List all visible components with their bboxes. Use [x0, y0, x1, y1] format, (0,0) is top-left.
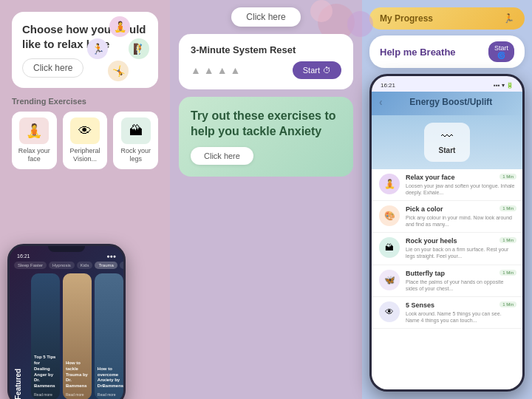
- click-here-button[interactable]: Click here: [22, 58, 83, 78]
- bottom-phone: 16:21 ●●● Sleep Faster Hypnosis Kids Tra…: [7, 244, 126, 399]
- phone-notch: [48, 246, 85, 252]
- trending-section: Trending Exercises 🧘 Relax your face 👁 P…: [12, 97, 158, 169]
- reset-card: 3-Minute System Reset ▲ ▲ ▲ ▲ Start ⏱: [179, 34, 353, 89]
- right-panel: My Progress 🏃 Help me Breathe Start 🌀 16…: [362, 0, 532, 399]
- exercise-item-4[interactable]: 🦋 Butterfly tap Place the palms of your …: [372, 265, 522, 297]
- phone-card-read-1[interactable]: Read more: [31, 392, 60, 399]
- phone-tab: Hypnosis: [49, 262, 75, 269]
- reset-footer: ▲ ▲ ▲ ▲ Start ⏱: [191, 61, 341, 79]
- avatar-grid: 🧘 🏃 🧗 🤸: [87, 16, 154, 83]
- exercise-title-1: Relax your face: [406, 174, 515, 181]
- exercise-content-1: Relax your face Loosen your jaw and soft…: [406, 174, 515, 196]
- phone-tabs: Sleep Faster Hypnosis Kids Trauma Energy: [10, 262, 123, 269]
- breathe-start-label: Start: [494, 44, 508, 52]
- exercise-icon-1: 🧘: [379, 174, 400, 194]
- avatar: 🧗: [129, 38, 149, 59]
- exercise-desc-2: Pick any colour in your mind. Now look a…: [406, 214, 515, 228]
- exercise-badge-5: 1 Min: [499, 301, 516, 307]
- progress-label: My Progress: [380, 13, 433, 24]
- trending-label-peripheral: Peripheral Vision...: [67, 147, 103, 163]
- phone-featured-label: Featured: [10, 269, 27, 399]
- phone-card-3[interactable]: How to overcome Anxiety by DrBammens Rea…: [95, 273, 123, 399]
- trending-peripheral[interactable]: 👁 Peripheral Vision...: [63, 112, 108, 169]
- decor-blob-3: [347, 11, 373, 37]
- trending-relax[interactable]: 🧘 Relax your face: [12, 112, 57, 169]
- exercise-title-4: Butterfly tap: [406, 270, 515, 277]
- right-phone-title: Energy Boost/Uplift: [387, 97, 515, 107]
- exercise-item-3[interactable]: 🏔 Rock your heels Lie on your back on a …: [372, 233, 522, 265]
- right-phone-start-area: 〰 Start: [372, 115, 522, 169]
- start-button[interactable]: Start ⏱: [293, 61, 341, 79]
- mountain-icon-3: ▲: [217, 64, 228, 76]
- peripheral-icon: 👁: [70, 117, 100, 144]
- anxiety-click-button[interactable]: Click here: [191, 147, 253, 165]
- exercise-icon-2: 🎨: [379, 205, 400, 226]
- exercise-title-5: 5 Senses: [406, 301, 515, 309]
- exercise-icon-5: 👁: [379, 301, 400, 322]
- exercise-item-2[interactable]: 🎨 Pick a color Pick any colour in your m…: [372, 201, 522, 233]
- breathe-start-icon: 🌀: [497, 52, 505, 59]
- exercise-title-3: Rock your heels: [406, 237, 515, 245]
- phone-card-read-3[interactable]: Read more: [95, 392, 123, 399]
- exercise-content-3: Rock your heels Lie on your back on a fi…: [406, 237, 515, 259]
- back-button[interactable]: ‹: [379, 96, 383, 108]
- phone-card-2[interactable]: How to tackle Trauma by Dr. Bammens Read…: [63, 273, 92, 399]
- exercise-icon-4: 🦋: [379, 270, 400, 290]
- right-phone-time: 16:21: [381, 82, 395, 89]
- right-phone-start-box[interactable]: 〰 Start: [424, 123, 471, 162]
- right-phone: 16:21 ▪▪▪ ▾ 🔋 ‹ Energy Boost/Uplift 〰 St…: [369, 74, 525, 392]
- choose-card: Choose how you would like to relax here …: [12, 12, 158, 88]
- phone-time: 16:21: [17, 253, 30, 259]
- mountain-icon-2: ▲: [204, 64, 214, 76]
- exercise-content-4: Butterfly tap Place the palms of your ha…: [406, 270, 515, 292]
- exercise-desc-5: Look around. Name 5 things you can see. …: [406, 310, 515, 324]
- exercise-badge-3: 1 Min: [499, 237, 516, 243]
- avatar: 🤸: [108, 61, 129, 81]
- left-panel: Choose how you would like to relax here …: [0, 0, 170, 399]
- progress-icon: 🏃: [503, 13, 514, 24]
- exercise-desc-3: Lie on your back on a firm surface. Rest…: [406, 246, 515, 259]
- avatar: 🧘: [109, 16, 130, 37]
- mountain-icon-1: ▲: [191, 64, 201, 76]
- rock-icon: 🏔: [121, 117, 151, 144]
- exercise-desc-4: Place the palms of your hands on opposit…: [406, 279, 515, 292]
- exercise-item-1[interactable]: 🧘 Relax your face Loosen your jaw and so…: [372, 169, 522, 201]
- phone-card-title-3: How to overcome Anxiety by DrBammens: [95, 364, 123, 392]
- phone-screen: 16:21 ●●● Sleep Faster Hypnosis Kids Tra…: [10, 246, 123, 399]
- phone-signal: ●●●: [106, 253, 116, 259]
- breathe-button[interactable]: Help me Breathe Start 🌀: [369, 35, 525, 68]
- progress-header: My Progress 🏃: [369, 7, 525, 30]
- exercise-desc-1: Loosen your jaw and soften your tongue. …: [406, 183, 515, 196]
- relax-icon: 🧘: [19, 117, 49, 144]
- avatar: 🏃: [87, 38, 108, 59]
- phone-tab: Energy: [120, 262, 123, 269]
- right-phone-exercises: 🧘 Relax your face Loosen your jaw and so…: [372, 169, 522, 389]
- exercise-content-2: Pick a color Pick any colour in your min…: [406, 205, 515, 228]
- trending-rock[interactable]: 🏔 Rock your legs: [113, 112, 158, 169]
- phone-tab: Sleep Faster: [14, 262, 47, 269]
- trending-label-rock: Rock your legs: [117, 147, 154, 163]
- middle-panel: Click here 3-Minute System Reset ▲ ▲ ▲ ▲…: [170, 0, 362, 399]
- exercise-content-5: 5 Senses Look around. Name 5 things you …: [406, 301, 515, 324]
- phone-card-read-2[interactable]: Read more: [63, 392, 92, 399]
- mountain-icons: ▲ ▲ ▲ ▲: [191, 64, 288, 76]
- trending-label-relax: Relax your face: [16, 147, 52, 163]
- exercise-badge-2: 1 Min: [499, 205, 516, 211]
- breathe-label: Help me Breathe: [380, 47, 456, 58]
- right-phone-header: ‹ Energy Boost/Uplift: [372, 92, 522, 115]
- mountain-icon-4: ▲: [231, 64, 241, 76]
- phone-card-1[interactable]: Top 5 Tips for Dealing Anger by Dr. Bamm…: [31, 273, 60, 399]
- phone-card-title-2: How to tackle Trauma by Dr. Bammens: [63, 358, 92, 392]
- trending-items: 🧘 Relax your face 👁 Peripheral Vision...…: [12, 112, 158, 169]
- trending-label: Trending Exercises: [12, 97, 158, 106]
- exercise-badge-4: 1 Min: [499, 270, 516, 276]
- decor-blob-2: [310, 0, 332, 22]
- start-wave-icon: 〰: [441, 130, 453, 143]
- start-box-label: Start: [439, 146, 456, 154]
- click-here-top-button[interactable]: Click here: [231, 7, 300, 27]
- right-phone-status: 16:21 ▪▪▪ ▾ 🔋: [372, 76, 522, 92]
- exercise-title-2: Pick a color: [406, 205, 515, 213]
- reset-title: 3-Minute System Reset: [191, 44, 341, 55]
- right-phone-signal: ▪▪▪ ▾ 🔋: [494, 82, 514, 89]
- exercise-item-5[interactable]: 👁 5 Senses Look around. Name 5 things yo…: [372, 297, 522, 329]
